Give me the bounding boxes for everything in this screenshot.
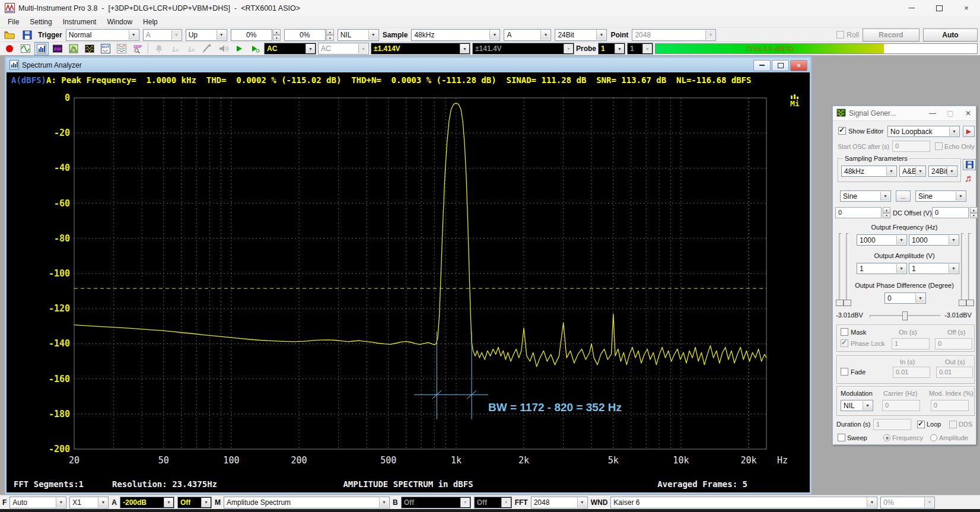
waveform-a-arrow[interactable]: ▼ [880,192,890,201]
mask-on-input[interactable]: 1 [892,338,930,349]
freq-axis-select-arrow[interactable]: ▼ [56,498,65,507]
trigger-mode-select-arrow[interactable]: ▼ [129,30,138,40]
trigger-mode-select[interactable]: Normal▼ [66,29,139,41]
phase-difference-arrow[interactable]: ▼ [915,294,925,303]
waveform-b-select[interactable]: Sine▼ [915,190,966,202]
hpf-select[interactable]: NIL▼ [338,29,379,41]
probe-calibration-icon[interactable] [200,42,214,55]
siggen-sample-rate-select[interactable]: 48kHz▼ [841,166,897,177]
modulation-type-select[interactable]: NIL▼ [841,400,873,411]
sweep-frequency-radio[interactable] [883,434,890,441]
siggen-close-button[interactable]: ✕ [964,109,972,117]
spectrum-close-button[interactable]: × [790,60,807,71]
siggen-bits-arrow[interactable]: ▼ [947,167,956,176]
spectrum-mode-select-arrow[interactable]: ▼ [379,498,389,507]
carrier-input[interactable]: 0 [882,400,920,411]
spectrum-chart[interactable]: 0-20-40-60-80-100-120-140-160-180-200205… [7,88,810,477]
spectrum-analyzer-icon[interactable] [34,42,49,55]
dds-checkbox[interactable] [949,421,957,428]
sweep-checkbox[interactable] [838,434,845,441]
menu-item-window[interactable]: Window [101,17,138,27]
mask-off-input[interactable]: 0 [935,338,972,349]
hpf-select-arrow[interactable]: ▼ [368,30,378,40]
spectrum-restore-button[interactable] [772,60,789,71]
roll-checkbox-box[interactable] [836,31,844,39]
spectrum-3d-plot-icon[interactable] [66,42,81,55]
b-shift-select-arrow[interactable]: ▼ [501,498,511,507]
trigger-delay-input-spinner[interactable]: ▲▼ [326,29,334,41]
spectrum-minimize-button[interactable] [753,60,771,71]
overlap-select[interactable]: 0%▼ [880,497,935,508]
maximize-button[interactable] [925,0,953,16]
waveform-more-button[interactable]: ... [896,190,911,202]
amplitude-b-arrow[interactable]: ▼ [949,264,958,273]
mod-index-input[interactable]: 0 [931,400,969,411]
balance-slider-handle[interactable] [902,311,908,320]
frequency-a-select[interactable]: 1000▼ [857,234,907,246]
fft-size-select[interactable]: 2048▼ [531,497,588,508]
amplitude-b-select[interactable]: 1▼ [909,263,959,274]
oscilloscope-icon[interactable] [18,42,33,55]
trigger-delay-input-value[interactable]: 0% [284,29,326,41]
loopback-arrow[interactable]: ▼ [949,127,959,136]
siggen-save-button[interactable] [963,159,976,170]
frequency-b-select[interactable]: 1000▼ [909,234,959,246]
fade-out-input[interactable]: 0.01 [936,367,973,378]
start-osc-input[interactable]: 0 [892,141,930,152]
mask-checkbox[interactable] [841,328,848,336]
probe-a-select[interactable]: 1▼ [598,43,625,55]
modulation-type-arrow[interactable]: ▼ [863,401,872,410]
x-multiplier-select-arrow[interactable]: ▼ [98,498,107,507]
coupling-b-select[interactable]: AC▼ [318,43,369,55]
probe-b-select-arrow[interactable]: ▼ [642,44,652,53]
a-range-select[interactable]: -200dB▼ [120,497,174,508]
reference-a-icon[interactable]: A [168,42,182,55]
record-save-icon[interactable] [2,42,17,55]
sample-rate-select-arrow[interactable]: ▼ [489,30,499,40]
save-file-icon[interactable] [20,28,34,42]
close-button[interactable]: × [953,0,980,16]
run-icon[interactable] [232,42,246,55]
siggen-sample-rate-arrow[interactable]: ▼ [886,167,896,176]
trigger-edge-select-arrow[interactable]: ▼ [217,30,226,40]
fft-points-select[interactable]: 2048▼ [632,29,716,41]
range-b-select-arrow[interactable]: ▼ [564,44,573,53]
music-notes-icon[interactable]: ♬ [965,173,975,185]
menu-item-file[interactable]: File [2,17,24,27]
echo-only-checkbox[interactable] [935,142,943,150]
coupling-a-select[interactable]: AC▼ [264,43,316,55]
alarm-icon[interactable] [152,42,166,55]
menu-item-help[interactable]: Help [138,17,163,27]
window-function-select-arrow[interactable]: ▼ [867,498,876,507]
range-a-select-arrow[interactable]: ▼ [460,44,469,53]
run-continuous-icon[interactable] [248,42,262,55]
amplitude-a-select[interactable]: 1▼ [857,263,907,274]
dc-offset-a-spinner[interactable]: ▲▼ [883,207,890,218]
data-display-zoom-icon[interactable]: DDP [131,42,145,55]
a-shift-select-arrow[interactable]: ▼ [201,498,211,507]
auto-button[interactable]: Auto [923,28,978,42]
a-range-select-arrow[interactable]: ▼ [164,498,173,507]
sample-channel-select-arrow[interactable]: ▼ [540,30,550,40]
minimize-button[interactable] [898,0,925,16]
sound-device-icon[interactable] [216,42,230,55]
signal-generator-icon[interactable] [82,42,97,55]
bit-depth-select-arrow[interactable]: ▼ [596,30,606,40]
trigger-level-input-spinner[interactable]: ▲▼ [273,29,281,41]
menu-item-setting[interactable]: Setting [24,17,57,27]
probe-b-select[interactable]: 1▼ [627,43,653,55]
overlap-select-arrow[interactable]: ▼ [924,498,934,507]
trigger-level-input-value[interactable]: 0% [231,29,272,41]
fft-points-select-arrow[interactable]: ▼ [705,30,715,40]
record-button[interactable]: Record [863,28,919,42]
window-function-select[interactable]: Kaiser 6▼ [610,497,877,508]
dc-offset-b-spinner[interactable]: ▲▼ [970,207,978,218]
trigger-source-select[interactable]: A▼ [143,29,182,41]
coupling-b-select-arrow[interactable]: ▼ [358,44,368,53]
siggen-channels-arrow[interactable]: ▼ [915,167,925,176]
fade-checkbox[interactable] [841,368,848,376]
siggen-channels-select[interactable]: A&B▼ [899,166,926,177]
derived-data-curve-icon[interactable] [114,42,129,55]
siggen-bits-select[interactable]: 24Bit▼ [928,166,957,177]
range-a-select[interactable]: ±1.414V▼ [371,43,470,55]
